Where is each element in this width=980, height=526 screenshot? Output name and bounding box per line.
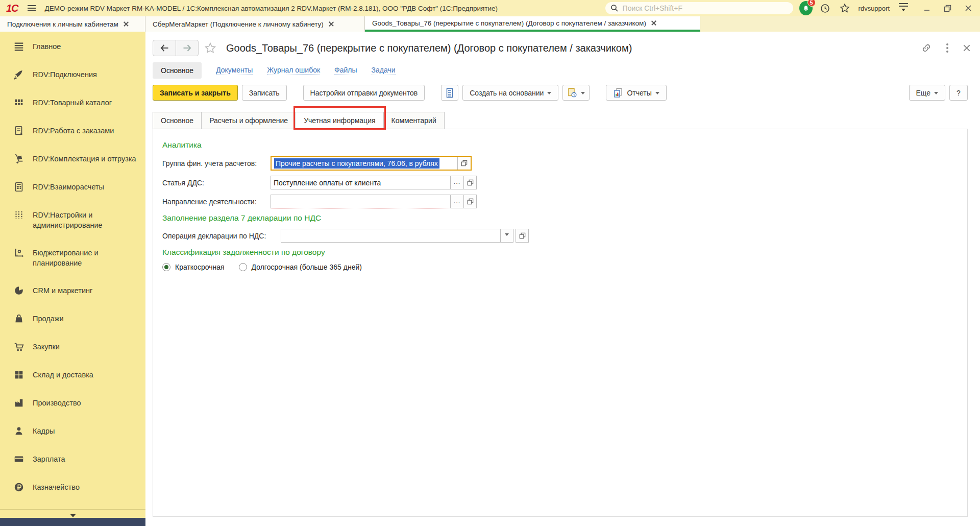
send-settings-button[interactable]: Настройки отправки документов bbox=[303, 85, 425, 101]
sidebar-item-hr[interactable]: Кадры bbox=[0, 417, 145, 445]
fin-group-field[interactable]: Прочие расчеты с покупателями, 76.06, в … bbox=[271, 156, 472, 171]
history-button[interactable] bbox=[819, 2, 832, 15]
more-button[interactable]: Еще bbox=[909, 85, 946, 101]
global-search[interactable] bbox=[605, 2, 793, 14]
search-input[interactable] bbox=[622, 4, 788, 13]
sidebar-item-treasury[interactable]: Казначейство bbox=[0, 473, 145, 501]
save-button[interactable]: Записать bbox=[242, 85, 287, 101]
form-tab-main[interactable]: Основное bbox=[153, 112, 202, 129]
sidebar-item-main[interactable]: Главное bbox=[0, 33, 145, 61]
navlink-main[interactable]: Основное bbox=[153, 62, 202, 79]
back-button[interactable] bbox=[153, 40, 176, 56]
create-based-on-button[interactable]: Создать на основании bbox=[462, 85, 558, 101]
window-tab-goods-contract[interactable]: Goods_Товары_76 (перекрытие с покупателе… bbox=[365, 16, 700, 32]
notification-badge: 5 bbox=[807, 0, 816, 7]
user-menu-button[interactable] bbox=[897, 2, 910, 14]
help-button[interactable]: ? bbox=[949, 85, 968, 101]
minimize-icon[interactable] bbox=[923, 5, 930, 12]
form-tab-comment[interactable]: Комментарий bbox=[383, 112, 445, 129]
sidebar-item-warehouse[interactable]: Склад и доставка bbox=[0, 361, 145, 389]
activity-select-button[interactable]: ... bbox=[450, 195, 463, 208]
reports-button[interactable]: Отчеты bbox=[606, 85, 666, 101]
register-records-button[interactable] bbox=[441, 85, 458, 101]
navlink-error-log[interactable]: Журнал ошибок bbox=[267, 66, 320, 75]
close-window-icon[interactable] bbox=[965, 5, 972, 12]
caret-down-icon bbox=[505, 233, 509, 238]
register-list-icon bbox=[446, 88, 454, 98]
sidebar-item-rdv-orders[interactable]: RDV:Работа с заказами bbox=[0, 117, 145, 145]
activity-open-button[interactable] bbox=[463, 195, 477, 208]
sidebar-scroll-down[interactable] bbox=[0, 509, 145, 518]
sidebar-item-rdv-shipping[interactable]: RDV:Комплектация и отгрузка bbox=[0, 145, 145, 173]
window-tab-sbermegamarket[interactable]: СберМегаМаркет (Подключение к личному ка… bbox=[145, 16, 365, 32]
navlink-files[interactable]: Файлы bbox=[334, 66, 357, 75]
close-form-icon[interactable] bbox=[963, 44, 971, 52]
notifications-button[interactable]: 5 bbox=[799, 2, 813, 15]
form-tab-calculations[interactable]: Расчеты и оформление bbox=[201, 112, 296, 129]
sidebar-footer-bar bbox=[0, 518, 145, 526]
main-menu-icon[interactable] bbox=[24, 3, 39, 13]
navlink-documents[interactable]: Документы bbox=[216, 66, 253, 75]
sidebar-item-payroll[interactable]: Зарплата bbox=[0, 445, 145, 473]
save-and-close-button[interactable]: Записать и закрыть bbox=[153, 85, 238, 101]
caret-down-icon bbox=[581, 92, 585, 97]
dds-select-button[interactable]: ... bbox=[450, 176, 463, 189]
favorites-button[interactable] bbox=[838, 2, 851, 15]
link-icon[interactable] bbox=[921, 42, 932, 54]
dds-field[interactable]: Поступление оплаты от клиента ... bbox=[271, 176, 477, 189]
vat-operation-open-button[interactable] bbox=[516, 229, 529, 243]
activity-label: Направление деятельности: bbox=[162, 198, 271, 206]
radio-unselected-icon bbox=[239, 263, 247, 271]
app-title: ДЕМО-режим RDV Маркет RM-KA-MODEL / 1С:К… bbox=[45, 5, 498, 12]
sidebar-item-rdv-settlements[interactable]: RDV:Взаиморасчеты bbox=[0, 173, 145, 201]
bell-icon: 5 bbox=[799, 1, 813, 15]
cart-icon bbox=[13, 341, 24, 352]
sidebar-item-purchases[interactable]: Закупки bbox=[0, 333, 145, 361]
form-nav-links: Основное Документы Журнал ошибок Файлы З… bbox=[145, 58, 980, 80]
report-chart-icon bbox=[613, 88, 623, 98]
navlink-tasks[interactable]: Задачи bbox=[372, 66, 396, 75]
sidebar-item-rdv-admin[interactable]: RDV:Настройки и администрирование bbox=[0, 201, 145, 239]
close-tab-icon[interactable] bbox=[124, 21, 129, 27]
chart-axis-icon bbox=[13, 247, 24, 258]
sidebar-item-rdv-connections[interactable]: RDV:Подключения bbox=[0, 61, 145, 89]
open-icon bbox=[467, 198, 474, 205]
current-user[interactable]: rdvsupport bbox=[859, 5, 890, 12]
section-debt-header: Классификация задолженности по договору bbox=[162, 248, 967, 257]
person-icon bbox=[13, 425, 24, 437]
radio-long-term[interactable]: Долгосрочная (больше 365 дней) bbox=[239, 263, 362, 271]
radio-selected-icon bbox=[162, 263, 170, 271]
fin-group-label: Группа фин. учета расчетов: bbox=[162, 159, 271, 168]
restore-window-icon[interactable] bbox=[944, 5, 951, 12]
sidebar-item-crm[interactable]: CRM и маркетинг bbox=[0, 277, 145, 305]
more-options-icon[interactable] bbox=[944, 43, 950, 53]
open-icon bbox=[519, 232, 526, 240]
sidebar-item-budgeting[interactable]: Бюджетирование и планирование bbox=[0, 239, 145, 277]
vat-operation-field[interactable] bbox=[281, 229, 529, 243]
caret-down-icon bbox=[547, 92, 551, 97]
sidebar-item-sales[interactable]: Продажи bbox=[0, 305, 145, 333]
document-clock-icon bbox=[567, 88, 577, 98]
form-tab-accounting-info[interactable]: Учетная информация bbox=[296, 112, 383, 129]
vat-operation-label: Операция декларации по НДС: bbox=[162, 232, 281, 240]
close-tab-icon[interactable] bbox=[651, 20, 656, 26]
vat-operation-dropdown-button[interactable] bbox=[500, 229, 513, 243]
window-tab-connections[interactable]: Подключения к личным кабинетам bbox=[0, 16, 145, 32]
open-icon bbox=[460, 159, 468, 167]
arrow-right-icon bbox=[182, 44, 192, 52]
form-tabs: Основное Расчеты и оформление Учетная ин… bbox=[153, 112, 980, 129]
sidebar-item-production[interactable]: Производство bbox=[0, 389, 145, 417]
menu-lines-icon bbox=[13, 41, 24, 52]
1c-logo: 1С bbox=[6, 3, 18, 14]
radio-short-term[interactable]: Краткосрочная bbox=[162, 263, 225, 271]
sidebar-item-financial-result[interactable]: Финансовый результат и контроллинг bbox=[0, 501, 145, 509]
forward-button[interactable] bbox=[176, 40, 198, 56]
toolbar: Записать и закрыть Записать Настройки от… bbox=[145, 80, 980, 105]
dds-open-button[interactable] bbox=[463, 176, 477, 189]
activity-field[interactable]: ... bbox=[271, 195, 477, 208]
sidebar-item-rdv-catalog[interactable]: RDV:Товарный каталог bbox=[0, 89, 145, 117]
close-tab-icon[interactable] bbox=[329, 21, 334, 27]
document-timer-dropdown-button[interactable] bbox=[562, 85, 590, 101]
favorite-star-icon[interactable] bbox=[204, 41, 217, 55]
fin-group-open-button[interactable] bbox=[457, 157, 471, 170]
